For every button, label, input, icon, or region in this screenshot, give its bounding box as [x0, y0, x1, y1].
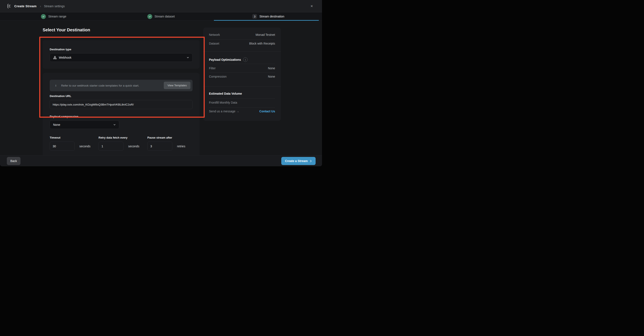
payload-compression-value: None — [53, 123, 60, 126]
contact-us-link[interactable]: Contact Us — [259, 110, 275, 113]
divider — [209, 72, 275, 73]
step-number-badge: 3 — [252, 14, 257, 19]
destination-url-input[interactable] — [50, 100, 192, 109]
active-step-underline — [214, 20, 319, 21]
step-label: Stream destination — [259, 15, 284, 18]
summary-row-compression: Compression None — [209, 75, 275, 78]
retry-label: Retry data fetch every — [98, 136, 128, 139]
summary-row-estimated-volume: Estimated Data Volume — [209, 92, 275, 95]
breadcrumb: Stream settings — [44, 4, 64, 8]
summary-row-frontfill: Frontfill Monthly Data — [209, 101, 275, 104]
breadcrumb-chevron-icon: › — [40, 4, 41, 8]
pause-input[interactable] — [147, 142, 172, 151]
stepper-step-stream-destination[interactable]: 3 Stream destination — [215, 12, 322, 20]
dataset-value: Block with Receipts — [249, 42, 275, 45]
footer-bar: Back Create a Stream — [0, 155, 322, 166]
frontfill-label: Frontfill Monthly Data — [209, 101, 237, 104]
step-label: Stream range — [48, 15, 66, 18]
info-banner: i Refer to our webhook starter code temp… — [50, 80, 192, 91]
stepper: Stream range Stream dataset 3 Stream des… — [0, 12, 322, 21]
section-divider — [203, 86, 281, 86]
pause-label: Pause stream after — [147, 136, 172, 139]
divider — [209, 98, 275, 99]
divider — [209, 107, 275, 108]
summary-row-contact: Send us a message → Contact Us — [209, 110, 275, 113]
stepper-step-stream-dataset[interactable]: Stream dataset — [107, 12, 214, 20]
destination-type-card: Destination type Webhook — [43, 40, 200, 69]
network-value: Monad Testnet — [256, 33, 275, 36]
estimated-volume-label: Estimated Data Volume — [209, 92, 242, 95]
info-banner-text: Refer to our webhook starter code templa… — [61, 84, 139, 87]
header: Create Stream › Stream settings ✕ — [0, 0, 322, 12]
retry-input[interactable] — [98, 142, 124, 151]
timeout-label: Timeout — [50, 136, 60, 139]
app-logo-icon — [6, 4, 12, 9]
timeout-input[interactable] — [50, 142, 75, 151]
summary-row-payload-optimizations: Payload Optimizations i — [209, 57, 275, 62]
divider — [209, 64, 275, 64]
send-message-label: Send us a message → — [209, 110, 239, 113]
network-label: Network — [209, 33, 220, 36]
summary-row-network: Network Monad Testnet — [209, 33, 275, 36]
step-label: Stream dataset — [154, 15, 175, 18]
destination-type-value: Webhook — [59, 56, 72, 59]
section-heading: Select Your Destination — [43, 28, 90, 32]
info-icon: i — [56, 84, 56, 87]
create-stream-modal: Create Stream › Stream settings ✕ Stream… — [0, 0, 322, 166]
destination-url-label: Destination URL — [50, 94, 71, 98]
compression-value: None — [268, 75, 275, 78]
create-stream-button[interactable]: Create a Stream — [281, 157, 316, 165]
stepper-step-stream-range[interactable]: Stream range — [0, 12, 107, 20]
dataset-label: Dataset — [209, 42, 219, 45]
divider — [209, 39, 275, 40]
summary-row-filter: Filter None — [209, 66, 275, 70]
chevron-right-icon — [310, 160, 312, 162]
retry-unit: seconds — [128, 144, 139, 148]
payload-compression-label: Payload compression — [50, 115, 78, 118]
chevron-down-icon — [186, 56, 189, 59]
compression-label: Compression — [209, 75, 226, 78]
filter-label: Filter — [209, 66, 216, 70]
filter-value: None — [268, 66, 275, 70]
view-templates-button[interactable]: View Templates — [164, 82, 190, 89]
destination-type-label: Destination type — [50, 48, 71, 51]
chevron-down-icon — [113, 123, 116, 126]
webhook-settings-card: i Refer to our webhook starter code temp… — [43, 73, 200, 155]
summary-row-dataset: Dataset Block with Receipts — [209, 42, 275, 45]
back-button[interactable]: Back — [7, 157, 20, 165]
stream-summary-panel: Network Monad Testnet Dataset Block with… — [203, 28, 281, 121]
destination-type-select[interactable]: Webhook — [50, 53, 192, 62]
timeout-unit: seconds — [79, 144, 90, 148]
webhook-icon — [53, 56, 57, 60]
pause-unit: retries — [177, 144, 185, 148]
check-icon — [147, 14, 152, 19]
close-button[interactable]: ✕ — [310, 4, 314, 9]
payload-optimizations-label: Payload Optimizations i — [209, 57, 248, 62]
info-icon[interactable]: i — [243, 57, 248, 62]
page-title: Create Stream — [14, 4, 36, 8]
check-icon — [41, 14, 46, 19]
payload-compression-select[interactable]: None — [50, 120, 119, 129]
create-stream-label: Create a Stream — [285, 159, 308, 163]
